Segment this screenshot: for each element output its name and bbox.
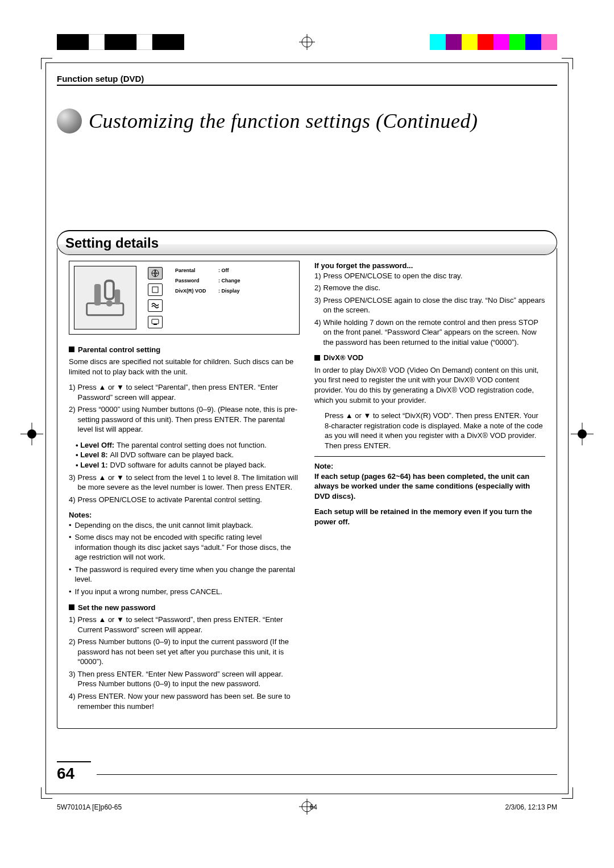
parental-steps-b: 3)Press ▲ or ▼ to select from the level … — [69, 473, 300, 505]
svg-rect-19 — [152, 287, 158, 293]
subhead-forget: If you forget the password... — [314, 261, 545, 271]
crop-corner — [41, 58, 52, 69]
forget-steps: 1)Press OPEN/CLOSE to open the disc tray… — [314, 271, 545, 348]
body-text: In order to play DivX® VOD (Video On Dem… — [314, 365, 545, 405]
menu-graphic-icon — [74, 266, 136, 329]
crop-corner — [562, 58, 573, 69]
left-column: Parental: Off Password: Change DivX(R) V… — [69, 261, 300, 717]
heading-bar: Setting details — [57, 230, 557, 255]
title-bullet-icon — [57, 108, 82, 133]
svg-rect-12 — [87, 303, 123, 315]
registration-mark-right — [571, 423, 594, 445]
subhead-divx: DivX® VOD — [314, 353, 545, 363]
subhead-parental: Parental control setting — [69, 345, 300, 355]
footer: 5W70101A [E]p60-65 64 2/3/06, 12:13 PM — [57, 803, 557, 811]
page-content: Function setup (DVD) Customizing the fun… — [57, 74, 557, 783]
note-body: If each setup (pages 62~64) has been com… — [314, 471, 545, 502]
tab-icon — [148, 316, 163, 328]
menu-screenshot: Parental: Off Password: Change DivX(R) V… — [69, 261, 300, 335]
tab-icon — [148, 267, 163, 279]
subhead-password: Set the new password — [69, 603, 300, 613]
right-column: If you forget the password... 1)Press OP… — [314, 261, 545, 717]
crop-corner — [562, 787, 573, 799]
notes-label: Notes: — [69, 510, 300, 520]
registration-mark-left — [20, 423, 43, 445]
crop-corner — [41, 787, 52, 799]
svg-point-15 — [106, 300, 113, 306]
footer-left: 5W70101A [E]p60-65 — [57, 803, 122, 811]
parental-steps: 1)Press ▲ or ▼ to select “Parental”, the… — [69, 382, 300, 435]
password-steps: 1)Press ▲ or ▼ to select “Password”, the… — [69, 615, 300, 711]
colorbar-right — [430, 34, 557, 50]
menu-list: Parental: Off Password: Change DivX(R) V… — [175, 266, 294, 329]
registration-mark-top — [299, 34, 315, 50]
menu-tabs — [148, 266, 164, 329]
svg-rect-14 — [105, 281, 114, 299]
rule — [97, 774, 557, 775]
footer-center: 64 — [310, 803, 317, 811]
footer-right: 2/3/06, 12:13 PM — [505, 803, 557, 811]
tab-icon — [148, 299, 163, 312]
heading: Setting details — [65, 235, 159, 251]
page-number: 64 — [57, 761, 91, 783]
section-label: Function setup (DVD) — [57, 74, 557, 84]
body-text: Some discs are specified not suitable fo… — [69, 357, 300, 377]
content-frame: Parental: Off Password: Change DivX(R) V… — [57, 248, 557, 729]
rule — [57, 85, 557, 86]
svg-rect-20 — [152, 319, 159, 324]
notes-list: Depending on the discs, the unit cannot … — [69, 520, 300, 597]
body-text: Press ▲ or ▼ to select “DivX(R) VOD”. Th… — [325, 411, 545, 450]
colorbar-left — [57, 34, 184, 50]
svg-rect-16 — [115, 289, 120, 304]
page-title: Customizing the function settings (Conti… — [89, 109, 478, 133]
svg-rect-21 — [154, 324, 157, 325]
note-label: Note: — [314, 461, 545, 471]
svg-rect-13 — [94, 283, 101, 305]
rule — [314, 456, 545, 457]
note-body: Each setup will be retained in the memor… — [314, 507, 545, 527]
tab-icon — [148, 283, 163, 296]
